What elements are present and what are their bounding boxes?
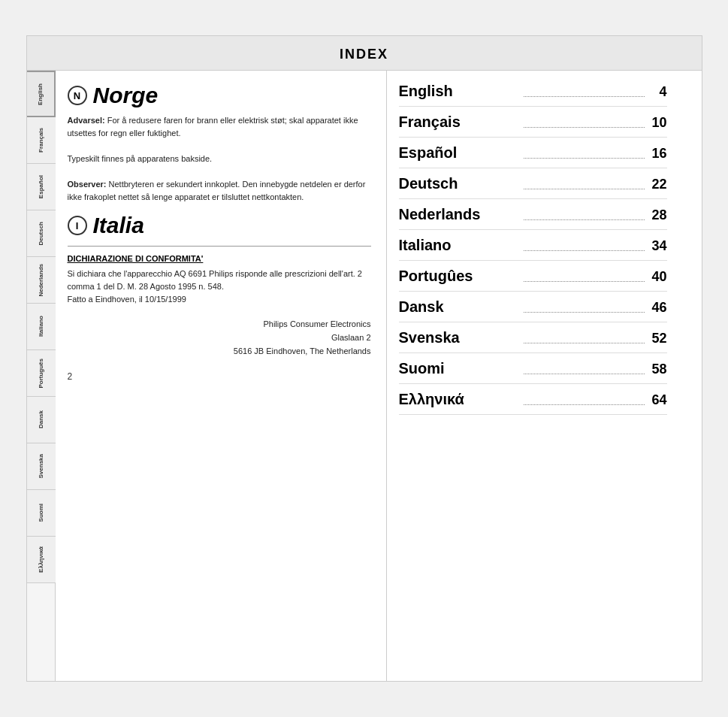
- italia-heading-row: I Italia: [68, 213, 371, 238]
- index-entry: Nederlands28: [399, 199, 667, 230]
- page-title: INDEX: [340, 47, 388, 62]
- typeskilt-text: Typeskilt finnes på apparatens bakside.: [68, 154, 213, 163]
- index-entry: Portugûes40: [399, 261, 667, 292]
- index-entry: Svenska52: [399, 322, 667, 353]
- index-page-number: 40: [649, 269, 667, 285]
- index-page-number: 64: [649, 392, 667, 408]
- sidebar-tab-label: Suomi: [38, 504, 44, 522]
- index-dots: [524, 189, 645, 189]
- sidebar-tab-label: Nederlands: [38, 264, 44, 297]
- norge-body: Advarsel: For å redusere faren for brann…: [68, 114, 371, 204]
- index-lang-label: English: [399, 83, 519, 100]
- italia-body-text: Si dichiara che l'apparecchio AQ 6691 Ph…: [68, 269, 362, 291]
- italia-body: Si dichiara che l'apparecchio AQ 6691 Ph…: [68, 268, 371, 306]
- index-lang-label: Suomi: [399, 360, 519, 377]
- company-info: Philips Consumer Electronics Glaslaan 2 …: [68, 318, 371, 358]
- index-lang-label: Ελληνικά: [399, 391, 519, 408]
- sidebar-tab[interactable]: Suomi: [27, 490, 56, 537]
- sidebar-tab[interactable]: Nederlands: [27, 257, 56, 304]
- page-container: INDEX EnglishFrançaisEspañolDeutschNeder…: [26, 35, 702, 682]
- italia-title: Italia: [93, 213, 144, 238]
- sidebar-tab-label: Français: [38, 128, 44, 153]
- fatto-text: Fatto a Eindhoven, il 10/15/1999: [68, 295, 186, 304]
- norge-title: Norge: [93, 83, 159, 108]
- index-dots: [524, 281, 645, 282]
- sidebar-tab[interactable]: Italiano: [27, 304, 56, 350]
- index-lang-label: Nederlands: [399, 206, 519, 223]
- sidebar-tab-label: Español: [38, 175, 44, 198]
- index-dots: [524, 374, 645, 374]
- sidebar: EnglishFrançaisEspañolDeutschNederlandsI…: [27, 71, 56, 681]
- index-page-number: 22: [649, 177, 667, 192]
- right-index: English4Français10Español16Deutsch22Nede…: [386, 71, 679, 681]
- sidebar-tab[interactable]: Português: [27, 350, 56, 397]
- index-dots: [524, 96, 645, 97]
- index-entry: Español16: [399, 138, 667, 168]
- sidebar-tab-label: Português: [38, 358, 44, 389]
- index-page-number: 10: [649, 115, 667, 131]
- index-dots: [524, 404, 645, 405]
- dichiarazione-heading: DICHIARAZIONE DI CONFORMITA': [68, 254, 371, 263]
- sidebar-tab[interactable]: Français: [27, 117, 56, 164]
- norge-circle: N: [68, 86, 87, 105]
- sidebar-tab[interactable]: English: [27, 71, 56, 117]
- index-page-number: 34: [649, 238, 667, 254]
- index-lang-label: Español: [399, 144, 519, 162]
- advarsel-label: Advarsel:: [68, 116, 105, 125]
- company-line1: Philips Consumer Electronics: [68, 318, 371, 331]
- index-dots: [524, 127, 645, 128]
- index-lang-label: Français: [399, 113, 519, 131]
- index-entry: Italiano34: [399, 230, 667, 261]
- index-entry: Dansk46: [399, 292, 667, 322]
- company-line3: 5616 JB Eindhoven, The Netherlands: [68, 345, 371, 358]
- sidebar-tab-label: Dansk: [38, 410, 44, 428]
- norge-heading-row: N Norge: [68, 83, 371, 108]
- company-line2: Glaslaan 2: [68, 331, 371, 345]
- sidebar-tab-label: English: [37, 83, 44, 105]
- index-dots: [524, 312, 645, 313]
- index-lang-label: Deutsch: [399, 175, 519, 192]
- sidebar-tab-label: Italiano: [38, 316, 44, 337]
- sidebar-tab[interactable]: Deutsch: [27, 210, 56, 257]
- left-content: N Norge Advarsel: For å redusere faren f…: [56, 71, 386, 681]
- page-number: 2: [68, 371, 371, 382]
- index-page-number: 46: [649, 300, 667, 316]
- main-body: EnglishFrançaisEspañolDeutschNederlandsI…: [27, 71, 702, 681]
- index-lang-label: Portugûes: [399, 268, 519, 285]
- index-page-number: 28: [649, 207, 667, 223]
- index-entry: Deutsch22: [399, 168, 667, 199]
- sidebar-tab[interactable]: Español: [27, 164, 56, 210]
- index-dots: [524, 158, 645, 159]
- sidebar-tab-label: Deutsch: [38, 222, 44, 246]
- sidebar-tab[interactable]: Svenska: [27, 443, 56, 490]
- observer-text: Nettbryteren er sekundert innkoplet. Den…: [68, 180, 366, 201]
- italia-circle: I: [68, 216, 87, 235]
- header: INDEX: [27, 36, 702, 71]
- divider: [68, 246, 371, 247]
- sidebar-tab-label: Ελληνικά: [38, 546, 44, 573]
- index-page-number: 4: [649, 84, 667, 100]
- index-lang-label: Dansk: [399, 298, 519, 316]
- index-entry: English4: [399, 80, 667, 107]
- sidebar-tab[interactable]: Ελληνικά: [27, 537, 56, 583]
- index-page-number: 58: [649, 362, 667, 377]
- sidebar-tab[interactable]: Dansk: [27, 397, 56, 443]
- sidebar-tab-label: Svenska: [38, 454, 44, 478]
- index-dots: [524, 250, 645, 251]
- index-page-number: 52: [649, 331, 667, 346]
- index-lang-label: Svenska: [399, 329, 519, 346]
- index-dots: [524, 343, 645, 343]
- index-lang-label: Italiano: [399, 237, 519, 254]
- index-entry: Suomi58: [399, 353, 667, 384]
- index-dots: [524, 219, 645, 220]
- advarsel-text: For å redusere faren for brann eller ele…: [68, 116, 358, 138]
- index-entry: Ελληνικά64: [399, 384, 667, 415]
- index-entry: Français10: [399, 107, 667, 138]
- observer-label: Observer:: [68, 180, 107, 189]
- index-page-number: 16: [649, 146, 667, 162]
